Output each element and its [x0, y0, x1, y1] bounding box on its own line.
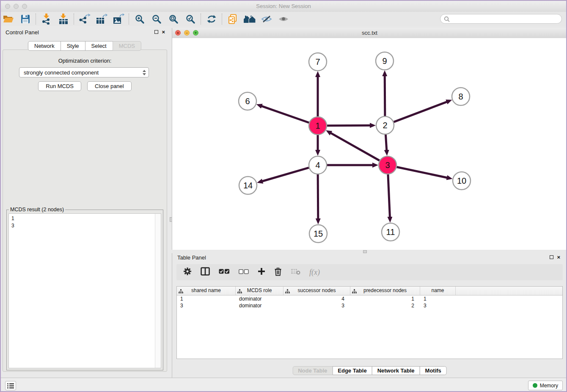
network-window-titlebar[interactable]: × − + scc.txt — [172, 28, 567, 39]
memory-status-icon — [533, 383, 537, 388]
show-columns-button[interactable] — [201, 267, 210, 277]
search-field[interactable] — [440, 14, 562, 24]
select-all-columns-button[interactable] — [219, 268, 230, 276]
graph-edge-3-1[interactable] — [330, 133, 380, 161]
splitter-handle[interactable] — [363, 250, 367, 253]
graph-node-10[interactable]: 10 — [453, 172, 471, 190]
table-cell[interactable]: 3 — [284, 302, 350, 309]
graph-node-4[interactable]: 4 — [309, 156, 327, 174]
table-panel-tabs: Node TableEdge TableNetwork TableMotifs — [292, 366, 447, 375]
export-network-button[interactable] — [76, 13, 93, 25]
zoom-out-button[interactable] — [148, 13, 165, 25]
graph-edge-3-11[interactable] — [388, 174, 390, 218]
table-cell[interactable]: 3 — [420, 302, 456, 309]
open-session-button[interactable] — [0, 13, 17, 25]
graph-edge-3-10[interactable] — [397, 167, 448, 178]
tab-network[interactable]: Network — [28, 41, 61, 51]
delete-table-button[interactable] — [291, 268, 300, 276]
table-cell[interactable]: 1 — [350, 295, 420, 302]
control-panel-title: Control Panel — [6, 29, 39, 36]
delete-column-button[interactable] — [274, 267, 282, 278]
search-input[interactable] — [452, 16, 558, 22]
table-cell[interactable]: 4 — [284, 295, 350, 302]
graph-node-9[interactable]: 9 — [376, 52, 394, 70]
table-cell[interactable]: 1 — [420, 295, 456, 302]
export-image-button[interactable] — [110, 13, 127, 25]
graph-edge-4-14[interactable] — [262, 168, 309, 181]
save-session-button[interactable] — [17, 13, 34, 25]
table-toolbar: f(x) — [176, 264, 563, 280]
column-header-shared-name[interactable]: shared name — [177, 287, 236, 295]
import-network-button[interactable] — [38, 13, 55, 25]
tab-node-table[interactable]: Node Table — [292, 366, 333, 375]
close-panel-icon[interactable]: × — [557, 255, 560, 259]
mcds-result-group: MCDS result (2 nodes) 13 — [6, 210, 163, 370]
graph-node-3[interactable]: 3 — [379, 156, 396, 174]
close-panel-icon[interactable]: × — [162, 30, 165, 34]
mcds-result-textarea[interactable]: 13 — [8, 213, 161, 368]
tab-network-table[interactable]: Network Table — [372, 366, 420, 375]
graph-edge-4-15[interactable] — [318, 174, 318, 219]
graph-node-6[interactable]: 6 — [239, 92, 256, 110]
table-cell[interactable]: dominator — [236, 302, 284, 309]
mcds-tab-content: Optimization criterion: strongly connect… — [3, 50, 167, 372]
close-panel-button[interactable]: Close panel — [87, 81, 132, 91]
graph-node-1[interactable]: 1 — [309, 117, 327, 135]
tab-style[interactable]: Style — [61, 41, 85, 51]
table-cell[interactable]: 1 — [177, 295, 236, 302]
column-header-successor-nodes[interactable]: successor nodes — [284, 287, 350, 295]
zoom-fit-icon — [168, 14, 179, 24]
show-hidden-button[interactable] — [275, 13, 292, 25]
graph-edge-1-6[interactable] — [261, 106, 309, 123]
mcds-result-title: MCDS result (2 nodes) — [9, 207, 65, 213]
clone-network-button[interactable] — [224, 13, 241, 25]
refresh-button[interactable] — [203, 13, 220, 25]
table-settings-button[interactable] — [183, 267, 192, 277]
eye-slash-icon — [261, 15, 272, 23]
graph-edge-2-9[interactable] — [385, 75, 385, 116]
memory-button[interactable]: Memory — [528, 381, 563, 390]
result-scrollbar[interactable] — [155, 214, 161, 368]
tab-mcds[interactable]: MCDS — [113, 41, 141, 51]
floppy-disk-icon — [21, 14, 30, 24]
import-table-button[interactable] — [55, 13, 72, 25]
zoom-fit-button[interactable] — [165, 13, 182, 25]
tab-select[interactable]: Select — [85, 41, 113, 51]
run-mcds-button[interactable]: Run MCDS — [38, 81, 81, 91]
graph-edge-2-3[interactable] — [385, 135, 386, 151]
float-panel-icon[interactable] — [550, 255, 553, 259]
table-cell[interactable]: 2 — [350, 302, 420, 309]
graph-node-15[interactable]: 15 — [309, 225, 327, 243]
gear-icon — [183, 267, 192, 276]
tab-motifs[interactable]: Motifs — [420, 366, 447, 375]
table-row[interactable]: 1dominator411 — [177, 295, 562, 302]
column-header-predecessor-nodes[interactable]: predecessor nodes — [350, 287, 420, 295]
create-column-button[interactable] — [258, 268, 265, 277]
zoom-in-button[interactable] — [131, 13, 148, 25]
graph-node-14[interactable]: 14 — [239, 177, 257, 194]
export-table-button[interactable] — [93, 13, 110, 25]
optimization-criterion-select[interactable]: strongly connected component — [19, 67, 149, 77]
function-builder-button[interactable]: f(x) — [309, 268, 320, 277]
graph-node-8[interactable]: 8 — [452, 88, 470, 105]
graph-node-11[interactable]: 11 — [382, 223, 399, 241]
show-all-nodes-button[interactable] — [241, 13, 258, 25]
column-header-name[interactable]: name — [420, 287, 456, 295]
float-panel-icon[interactable] — [154, 30, 158, 34]
table-cell[interactable]: dominator — [236, 295, 284, 302]
graph-node-7[interactable]: 7 — [309, 53, 327, 71]
task-history-button[interactable] — [5, 381, 16, 390]
graph-edge-2-8[interactable] — [394, 102, 448, 122]
deselect-all-columns-button[interactable] — [239, 268, 249, 276]
graph-edge-1-2[interactable] — [327, 125, 371, 126]
hide-selected-button[interactable] — [258, 13, 275, 25]
horizontal-splitter[interactable] — [172, 250, 567, 253]
graph-node-2[interactable]: 2 — [376, 116, 394, 134]
window-border — [0, 0, 567, 1]
column-header-MCDS-role[interactable]: MCDS role — [236, 287, 284, 295]
table-row[interactable]: 3dominator323 — [177, 302, 562, 309]
network-canvas[interactable]: 7968124314101511 — [172, 38, 567, 250]
tab-edge-table[interactable]: Edge Table — [332, 366, 372, 375]
table-cell[interactable]: 3 — [177, 302, 236, 309]
zoom-selected-button[interactable] — [182, 13, 199, 25]
